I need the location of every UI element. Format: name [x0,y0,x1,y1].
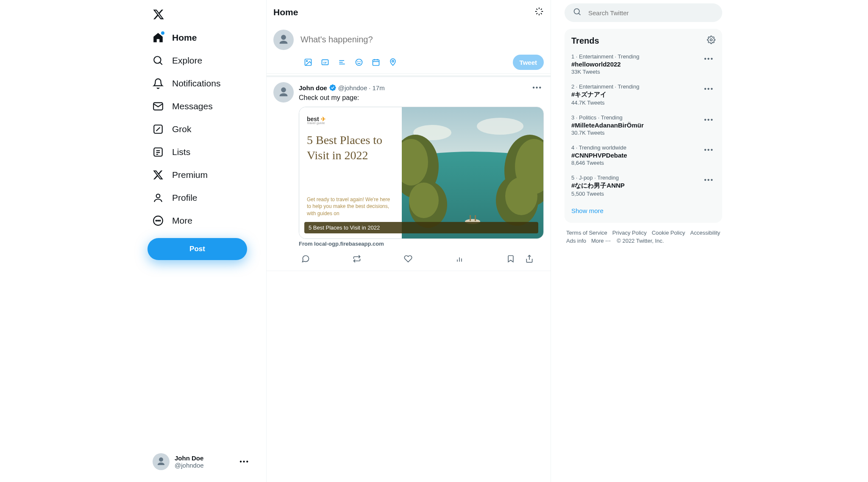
location-icon[interactable] [385,55,401,70]
nav-label: Lists [172,147,190,157]
show-more-link[interactable]: Show more [565,201,722,218]
card-image [402,107,543,238]
nav-notifications[interactable]: Notifications [147,73,263,94]
notification-dot-icon [161,31,164,35]
trend-name: #CNNPHVPDebate [571,152,627,159]
trends-panel: Trends 1 · Entertainment · Trending #hel… [565,29,722,223]
svg-point-12 [158,220,159,221]
avatar[interactable] [273,82,294,102]
trend-count: 5,500 Tweets [571,191,625,197]
link-card[interactable]: best✈ travel guide 5 Best Places to Visi… [299,107,544,239]
footer-link[interactable]: Privacy Policy [612,230,647,236]
svg-point-48 [710,39,712,41]
footer-link[interactable]: Accessibility [690,230,721,236]
svg-point-13 [159,220,160,221]
nav-profile[interactable]: Profile [147,187,263,208]
schedule-icon[interactable] [368,55,384,70]
user-names: John Doe @johndoe [175,454,234,469]
author-handle[interactable]: @johndoe [338,84,367,91]
nav-label: Home [172,33,197,43]
nav-grok[interactable]: Grok [147,119,263,140]
more-icon[interactable]: ••• [702,53,715,64]
nav-label: More [172,216,192,226]
nav: Home Explore Notifications Messages Grok… [147,27,263,231]
svg-point-0 [154,56,161,63]
main: Home GIF Tweet [266,0,551,482]
footer-link[interactable]: Cookie Policy [652,230,685,236]
trend-count: 30.7K Tweets [571,130,644,136]
card-title: 5 Best Places to Visit in 2022 [307,133,394,163]
verified-badge-icon [329,84,337,91]
poll-icon[interactable] [334,55,350,70]
trend-item[interactable]: 4 · Trending worldwide #CNNPHVPDebate 8,… [565,140,722,170]
footer-link[interactable]: Terms of Service [566,230,607,236]
nav-premium[interactable]: Premium [147,164,263,186]
author-name[interactable]: John doe [299,84,327,91]
svg-line-1 [160,62,162,64]
home-icon [153,32,164,43]
svg-point-21 [356,59,362,66]
more-icon[interactable]: ••• [702,175,715,186]
tweet-time[interactable]: 17m [372,84,384,91]
svg-point-31 [477,118,523,135]
views-icon[interactable] [453,252,466,266]
page-title: Home [273,7,298,17]
nav-home[interactable]: Home [147,27,263,48]
trend-item[interactable]: 2 · Entertainment · Trending #キズナアイ 44.7… [565,79,722,110]
sidebar: Home Explore Notifications Messages Grok… [131,0,266,482]
trend-item[interactable]: 3 · Politics · Trending #MilleteAdananBi… [565,110,722,140]
media-icon[interactable] [300,55,316,70]
compose-input[interactable] [300,30,544,55]
compose: GIF Tweet [267,25,551,74]
footer-link[interactable]: Ads info [566,238,586,244]
more-icon[interactable]: ••• [702,144,715,155]
trend-name: #MilleteAdananBirÖmür [571,122,644,129]
gear-icon[interactable] [707,36,715,46]
card-logo-sub: travel guide [307,121,394,125]
svg-text:GIF: GIF [323,61,327,64]
nav-label: Grok [172,124,192,134]
trend-item[interactable]: 1 · Entertainment · Trending #helloworld… [565,49,722,79]
retweet-icon[interactable] [350,252,364,266]
nav-messages[interactable]: Messages [147,96,263,117]
card-source: From local-ogp.firebaseapp.com [299,241,544,247]
footer-more[interactable]: More ⋯ [591,238,612,244]
nav-explore[interactable]: Explore [147,50,263,71]
reply-icon[interactable] [299,252,312,266]
trend-meta: 1 · Entertainment · Trending [571,53,639,60]
nav-more[interactable]: More [147,210,263,231]
nav-label: Premium [172,170,208,180]
x-icon [153,8,164,21]
gif-icon[interactable]: GIF [317,55,333,70]
tweet-button[interactable]: Tweet [513,55,544,70]
account-switcher[interactable]: John Doe @johndoe ••• [147,448,254,475]
footer-copyright: © 2022 Twitter, Inc. [617,238,664,244]
trend-item[interactable]: 5 · J-pop · Trending #なにわ男子ANNP 5,500 Tw… [565,170,722,201]
sparkle-icon[interactable] [534,7,544,18]
person-icon [153,192,164,203]
emoji-icon[interactable] [351,55,367,70]
more-icon: ••• [239,458,249,465]
more-icon[interactable]: ••• [702,83,715,94]
svg-point-11 [156,220,157,221]
search-box[interactable] [565,3,722,22]
nav-lists[interactable]: Lists [147,141,263,163]
share-icon[interactable] [523,252,536,266]
more-icon[interactable]: ••• [702,114,715,125]
main-header: Home [267,0,551,25]
avatar[interactable] [273,30,294,50]
svg-point-22 [358,61,358,62]
post-button[interactable]: Post [147,238,247,260]
bookmark-icon[interactable] [504,252,517,266]
svg-point-23 [360,61,360,62]
tweet-more-icon[interactable]: ••• [531,82,544,93]
svg-rect-24 [373,60,379,65]
svg-line-47 [579,13,580,15]
x-logo[interactable] [147,3,170,25]
avatar [153,453,170,470]
search-input[interactable] [588,9,714,17]
trend-meta: 2 · Entertainment · Trending [571,83,639,90]
tweet[interactable]: John doe @johndoe · 17m ••• Check out my… [267,77,551,271]
more-circle-icon [153,215,164,226]
like-icon[interactable] [401,252,415,266]
